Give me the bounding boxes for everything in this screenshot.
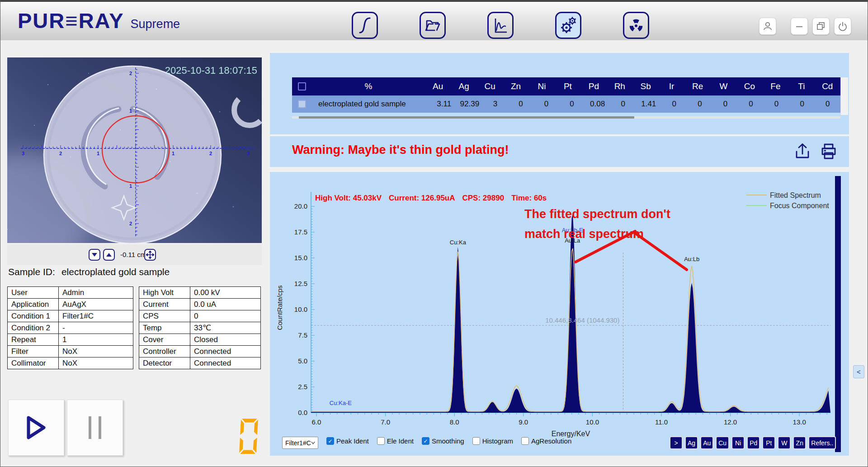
results-row[interactable]: electroplated gold sample3.1192.3930000.…: [292, 95, 840, 113]
brand: PUR≡RAY Supreme: [18, 8, 180, 33]
element-button-pd[interactable]: Pd: [747, 436, 760, 449]
spectrum-view-button[interactable]: [487, 12, 514, 39]
folder-icon: [424, 15, 442, 35]
curve-tool-button[interactable]: [352, 12, 378, 39]
element-value-cell: 0: [712, 100, 738, 109]
info-value: NoX: [59, 357, 133, 369]
info-row: FilterNoX: [8, 346, 133, 357]
element-buttons-row: >AgAuCuNiPdPtWZnRefers..: [670, 436, 836, 449]
element-column-header: Pd: [581, 81, 607, 91]
svg-text:0.0: 0.0: [298, 409, 307, 416]
svg-text:Energy/KeV: Energy/KeV: [552, 430, 590, 438]
filter-select[interactable]: Filter1#C: [282, 437, 318, 449]
camera-image: 3211232112: [7, 57, 262, 243]
element-button-w[interactable]: W: [778, 436, 791, 449]
checkbox-icon[interactable]: [521, 437, 529, 445]
info-value: 0.00 kV: [190, 287, 261, 299]
element-value-cell: 0: [687, 100, 713, 109]
svg-text:match real spectrum: match real spectrum: [524, 227, 644, 241]
info-row: Repeat1: [8, 334, 133, 346]
element-button-zn[interactable]: Zn: [793, 436, 806, 449]
svg-text:10.0: 10.0: [586, 418, 599, 426]
element-column-header: Cu: [477, 81, 503, 91]
select-all-checkbox[interactable]: [298, 82, 306, 91]
svg-text:9.0: 9.0: [519, 418, 528, 426]
info-value: NoX: [59, 346, 133, 357]
svg-text:13.0: 13.0: [793, 418, 806, 426]
user-button[interactable]: [759, 18, 776, 35]
title-bar: PUR≡RAY Supreme: [0, 0, 868, 40]
camera-view[interactable]: 3211232112 2025-10-31 18:07:15: [7, 57, 262, 243]
checkbox-label: Smoothing: [432, 437, 464, 445]
svg-text:Focus Component: Focus Component: [770, 202, 829, 210]
option-checkbox-ele-ident[interactable]: Ele Ident: [377, 437, 414, 445]
minimize-button[interactable]: [791, 18, 808, 35]
svg-text:15.0: 15.0: [294, 254, 307, 262]
filter-select-value: Filter1#C: [285, 439, 311, 447]
info-row: Condition 2-: [8, 322, 133, 334]
element-button-au[interactable]: Au: [700, 436, 713, 449]
stage-center-button[interactable]: [144, 249, 156, 261]
checkbox-icon[interactable]: [472, 437, 480, 445]
results-h-scrollbar[interactable]: [292, 116, 840, 119]
open-file-button[interactable]: [420, 12, 446, 39]
power-close-button[interactable]: [834, 18, 851, 35]
info-label: Condition 1: [8, 310, 59, 322]
chart-v-scrollbar[interactable]: [835, 176, 841, 452]
checkbox-label: Ele Ident: [387, 437, 414, 445]
element-value-cell: 1.41: [636, 100, 662, 109]
stage-down-button[interactable]: [89, 249, 100, 261]
info-label: CPS: [139, 310, 190, 322]
element-button-cu[interactable]: Cu: [716, 436, 729, 449]
results-v-scrollbar[interactable]: [840, 77, 848, 115]
start-measurement-button[interactable]: [8, 400, 64, 456]
stage-up-button[interactable]: [103, 249, 115, 261]
stage-control-strip: -0.11 cm: [7, 244, 262, 265]
option-checkbox-peak-ident[interactable]: ✓Peak Ident: [326, 437, 369, 445]
svg-text:1: 1: [129, 108, 132, 114]
sample-name-cell: electroplated gold sample: [312, 100, 431, 109]
info-value: AuAgX: [59, 299, 133, 310]
element-button-pt[interactable]: Pt: [762, 436, 775, 449]
svg-text:5.0: 5.0: [298, 357, 307, 365]
svg-text:High Volt: 45.03kVCurrent: 126: High Volt: 45.03kVCurrent: 126.95uACPS: …: [315, 194, 547, 202]
print-button[interactable]: [819, 142, 839, 162]
option-checkbox-agresolution[interactable]: AgResolution: [521, 437, 571, 445]
collapse-panel-button[interactable]: <: [853, 365, 864, 378]
element-column-header: Ni: [529, 81, 555, 91]
element-button-refers[interactable]: Refers..: [808, 436, 836, 449]
export-button[interactable]: [793, 142, 812, 162]
svg-text:Cu:Ka-E: Cu:Ka-E: [330, 400, 352, 406]
spectrum-chart[interactable]: 0.02.55.07.510.012.515.017.520.06.07.08.…: [270, 172, 849, 456]
checkbox-label: Peak Ident: [336, 437, 369, 445]
info-row: Current0.0 uA: [139, 299, 261, 310]
xray-source-button[interactable]: [623, 12, 649, 39]
svg-text:1: 1: [129, 183, 132, 189]
chevron-down-icon: [311, 441, 315, 444]
element-value-cell: 0: [559, 100, 585, 109]
info-value: Connected: [190, 357, 261, 369]
pause-measurement-button[interactable]: [67, 400, 123, 456]
info-row: ControllerConnected: [139, 346, 261, 357]
element-value-cell: 0: [764, 100, 789, 109]
element-button->[interactable]: >: [670, 436, 683, 449]
checkbox-icon[interactable]: ✓: [422, 437, 429, 445]
info-label: High Volt: [139, 287, 190, 299]
maximize-button[interactable]: [812, 18, 830, 35]
row-checkbox[interactable]: [298, 100, 306, 108]
checkbox-icon[interactable]: ✓: [326, 437, 334, 445]
element-button-ni[interactable]: Ni: [731, 436, 745, 449]
element-button-ag[interactable]: Ag: [685, 436, 698, 449]
option-checkbox-smoothing[interactable]: ✓Smoothing: [422, 437, 464, 445]
info-row: DetectorConnected: [139, 357, 261, 369]
info-label: Current: [139, 299, 190, 310]
info-row: Temp33℃: [139, 322, 261, 334]
element-value-cell: 0: [661, 100, 687, 109]
checkbox-icon[interactable]: [377, 437, 385, 445]
info-value: Filter1#C: [59, 310, 133, 322]
settings-button[interactable]: [555, 12, 581, 39]
radiation-icon: [627, 15, 645, 35]
option-checkbox-histogram[interactable]: Histogram: [472, 437, 513, 445]
svg-text:2.5: 2.5: [298, 383, 307, 391]
info-value: Connected: [190, 346, 261, 357]
